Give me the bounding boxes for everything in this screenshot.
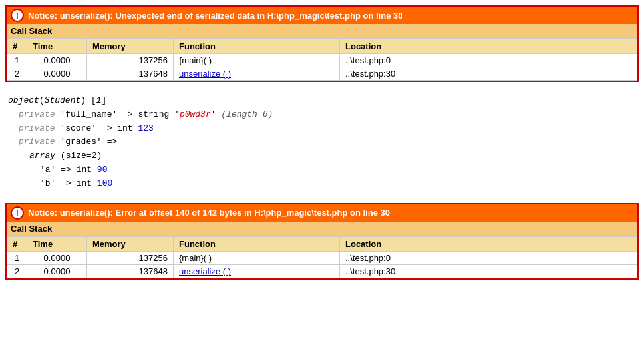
callstack-table-1: # Time Memory Function Location 1 0.0000… [7, 39, 637, 81]
error-header-1: ! Notice: unserialize(): Unexpected end … [7, 7, 637, 24]
error-icon-2: ! [11, 206, 24, 220]
class-name: Student [45, 95, 81, 105]
val-int-1: 123 [138, 123, 153, 133]
cell-memory: 137256 [87, 54, 174, 67]
prop-name-2: score [65, 123, 91, 133]
notice-box-1: ! Notice: unserialize(): Unexpected end … [5, 5, 639, 82]
kw-array: array [29, 151, 55, 161]
col-header-location-1: Location [340, 39, 637, 54]
col-header-num-1: # [7, 39, 27, 54]
dump-line-5: array (size=2) [8, 149, 636, 163]
type-int-arr-1: int [77, 165, 92, 175]
error-text-1: Notice: unserialize(): Unexpected end of… [28, 11, 393, 21]
col-header-time-2: Time [27, 236, 87, 251]
cell-function: unserialize ( ) [174, 67, 340, 81]
cell-time: 0.0000 [27, 67, 87, 81]
table-row: 1 0.0000 137256 {main}( ) ..\test.php:0 [7, 54, 637, 67]
cell-location: ..\test.php:30 [340, 264, 637, 278]
error-message-1: Notice: unserialize(): Unexpected end of… [28, 11, 402, 21]
cell-location: ..\test.php:0 [340, 54, 637, 67]
unserialize-link-1[interactable]: unserialize ( ) [179, 69, 231, 79]
arr-key-2: b [45, 178, 51, 188]
cell-memory: 137648 [87, 264, 174, 278]
col-header-memory-1: Memory [87, 39, 174, 54]
cell-location: ..\test.php:0 [340, 251, 637, 264]
cell-num: 2 [7, 67, 27, 81]
dump-line-7: 'b' => int 100 [8, 177, 636, 191]
dump-line-6: 'a' => int 90 [8, 163, 636, 177]
type-int-arr-2: int [77, 178, 92, 188]
cell-time: 0.0000 [27, 251, 87, 264]
val-length-1: (length=6) [221, 109, 273, 119]
cell-num: 1 [7, 251, 27, 264]
callstack-label-2: Call Stack [7, 222, 637, 236]
arr-key-1: a [45, 165, 51, 175]
dump-line-1: object(Student) [1] [8, 94, 636, 108]
kw-private-2: private [19, 123, 55, 133]
cell-time: 0.0000 [27, 54, 87, 67]
kw-private-1: private [19, 109, 55, 119]
callstack-table-2: # Time Memory Function Location 1 0.0000… [7, 236, 637, 278]
col-header-num-2: # [7, 236, 27, 251]
type-int-1: int [117, 123, 132, 133]
table-row: 2 0.0000 137648 unserialize ( ) ..\test.… [7, 67, 637, 81]
error-icon-1: ! [11, 9, 24, 22]
val-string-1: p0wd3r [180, 109, 211, 119]
notice-box-2: ! Notice: unserialize(): Error at offset… [5, 203, 639, 280]
cell-function: unserialize ( ) [174, 264, 340, 278]
col-header-time-1: Time [27, 39, 87, 54]
cell-function: {main}( ) [174, 54, 340, 67]
callstack-label-1: Call Stack [7, 24, 637, 39]
col-header-function-1: Function [174, 39, 340, 54]
table-row: 2 0.0000 137648 unserialize ( ) ..\test.… [7, 264, 637, 278]
cell-memory: 137256 [87, 251, 174, 264]
dump-line-2: private 'full_name' => string 'p0wd3r' (… [8, 108, 636, 122]
type-string-1: string [138, 109, 169, 119]
kw-object: object [8, 95, 39, 105]
table-row: 1 0.0000 137256 {main}( ) ..\test.php:0 [7, 251, 637, 264]
prop-name-1: full_name [65, 109, 112, 119]
prop-name-3: grades [65, 137, 96, 147]
obj-id: 1 [96, 95, 102, 105]
col-header-memory-2: Memory [87, 236, 174, 251]
object-dump: object(Student) [1] private 'full_name' … [5, 89, 639, 196]
cell-memory: 137648 [87, 67, 174, 81]
cell-function: {main}( ) [174, 251, 340, 264]
dump-line-3: private 'score' => int 123 [8, 122, 636, 136]
unserialize-link-2[interactable]: unserialize ( ) [179, 266, 231, 276]
array-size: size=2 [66, 151, 97, 161]
dump-line-4: private 'grades' => [8, 135, 636, 149]
cell-num: 2 [7, 264, 27, 278]
cell-time: 0.0000 [27, 264, 87, 278]
kw-private-3: private [19, 137, 55, 147]
col-header-function-2: Function [174, 236, 340, 251]
cell-location: ..\test.php:30 [340, 67, 637, 81]
error-line-1: 30 [393, 11, 402, 21]
val-arr-2: 100 [97, 178, 112, 188]
val-arr-1: 90 [97, 165, 108, 175]
error-message-2: Notice: unserialize(): Error at offset 1… [28, 208, 390, 218]
error-header-2: ! Notice: unserialize(): Error at offset… [7, 204, 637, 222]
error-text-2: Notice: unserialize(): Error at offset 1… [28, 208, 381, 218]
cell-num: 1 [7, 54, 27, 67]
col-header-location-2: Location [340, 236, 637, 251]
error-line-2: 30 [381, 208, 390, 218]
